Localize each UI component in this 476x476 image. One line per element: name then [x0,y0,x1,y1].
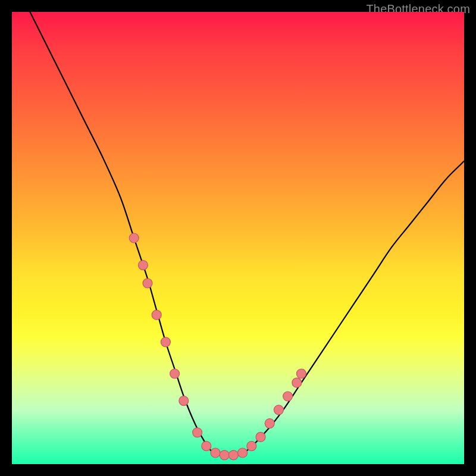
curve-marker [247,441,256,451]
curve-marker [296,369,306,378]
plot-area [12,12,464,464]
curve-marker [292,378,302,387]
curve-marker [152,310,161,320]
curve-marker [265,419,274,428]
curve-marker [129,233,139,243]
curve-marker [161,337,170,347]
curve-marker [143,278,152,288]
curve-marker [283,392,293,401]
curve-marker [211,448,220,458]
curve-marker [179,396,189,406]
curve-marker [193,428,202,437]
curve-marker [238,448,248,458]
curve-marker [256,432,265,441]
curve-marker [228,450,238,460]
bottleneck-curve [30,12,464,455]
curve-marker [274,405,283,415]
curve-marker [220,450,229,460]
curve-marker [170,369,180,378]
chart-svg [12,12,464,464]
curve-marker [138,261,148,270]
chart-container: TheBottleneck.com [0,0,476,476]
curve-marker [202,441,211,451]
markers-group [129,233,306,460]
